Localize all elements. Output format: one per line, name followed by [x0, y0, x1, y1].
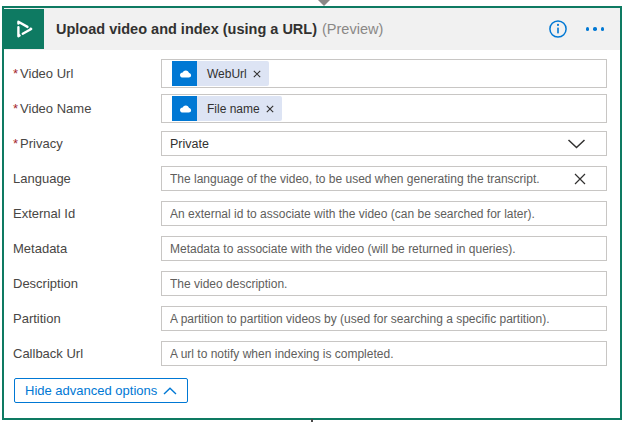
preview-badge: (Preview): [322, 21, 383, 37]
token-label: File name: [197, 102, 266, 116]
required-marker: *: [13, 66, 18, 81]
language-input[interactable]: [162, 167, 606, 190]
action-card-header[interactable]: Upload video and index (using a URL)(Pre…: [4, 8, 620, 50]
external-id-field[interactable]: [161, 201, 607, 226]
required-marker: *: [13, 101, 18, 116]
field-label-description: Description: [9, 276, 161, 291]
row-external-id: External Id: [9, 196, 607, 231]
video-name-field[interactable]: File name: [161, 94, 607, 123]
field-label-callback-url: Callback Url: [9, 346, 161, 361]
hide-advanced-options-button[interactable]: Hide advanced options: [14, 378, 188, 403]
action-card-upload-video-and-index: Upload video and index (using a URL)(Pre…: [2, 6, 622, 420]
chevron-up-icon: [163, 387, 177, 395]
row-video-url: *Video Url WebUrl: [9, 56, 607, 91]
row-privacy: *Privacy Private: [9, 126, 607, 161]
field-label-video-name: *Video Name: [9, 101, 161, 116]
field-label-metadata: Metadata: [9, 241, 161, 256]
row-partition: Partition: [9, 301, 607, 336]
more-options-icon[interactable]: [584, 23, 607, 35]
token-remove-icon[interactable]: [253, 70, 269, 78]
chevron-down-icon[interactable]: [567, 139, 586, 149]
field-label-external-id: External Id: [9, 206, 161, 221]
hide-advanced-options-label: Hide advanced options: [25, 383, 157, 398]
row-language: Language: [9, 161, 607, 196]
row-callback-url: Callback Url: [9, 336, 607, 371]
callback-url-field[interactable]: [161, 341, 607, 366]
field-label-partition: Partition: [9, 311, 161, 326]
action-title: Upload video and index (using a URL)(Pre…: [56, 21, 383, 37]
description-field[interactable]: [161, 271, 607, 296]
token-remove-icon[interactable]: [266, 105, 282, 113]
field-label-video-url: *Video Url: [9, 66, 161, 81]
clear-icon[interactable]: [574, 173, 586, 185]
action-card-body: *Video Url WebUrl *Video Name: [4, 50, 620, 403]
video-url-field[interactable]: WebUrl: [161, 59, 607, 88]
partition-field[interactable]: [161, 306, 607, 331]
onedrive-icon: [172, 96, 197, 121]
language-field[interactable]: [161, 166, 607, 191]
dynamic-token-file-name[interactable]: File name: [172, 96, 282, 121]
callback-url-input[interactable]: [162, 342, 606, 365]
onedrive-icon: [172, 61, 197, 86]
metadata-input[interactable]: [162, 237, 606, 260]
external-id-input[interactable]: [162, 202, 606, 225]
token-label: WebUrl: [197, 67, 253, 81]
partition-input[interactable]: [162, 307, 606, 330]
field-label-language: Language: [9, 171, 161, 186]
row-video-name: *Video Name File name: [9, 91, 607, 126]
privacy-selected-value: Private: [162, 137, 567, 151]
row-description: Description: [9, 266, 607, 301]
info-icon[interactable]: [548, 19, 568, 39]
required-marker: *: [13, 136, 18, 151]
metadata-field[interactable]: [161, 236, 607, 261]
dynamic-token-weburl[interactable]: WebUrl: [172, 61, 269, 86]
video-indexer-logo-icon: [4, 9, 44, 49]
privacy-dropdown[interactable]: Private: [161, 131, 607, 156]
row-metadata: Metadata: [9, 231, 607, 266]
description-input[interactable]: [162, 272, 606, 295]
field-label-privacy: *Privacy: [9, 136, 161, 151]
